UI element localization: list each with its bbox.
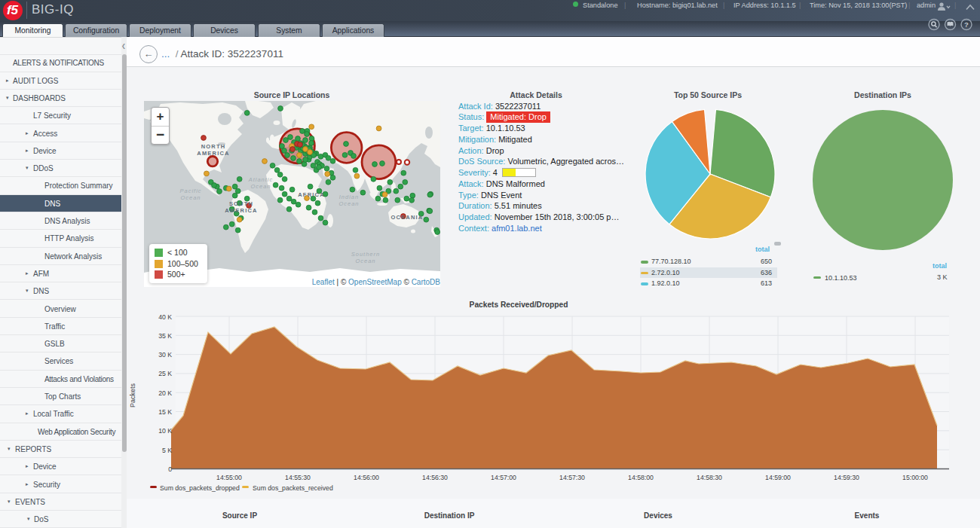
svg-text:14:58:30: 14:58:30 [697,474,722,481]
svg-text:5 K: 5 K [162,447,172,454]
svg-text:SOUTH: SOUTH [229,200,253,207]
svg-text:10 K: 10 K [158,427,172,435]
svg-text:Indian: Indian [339,194,359,200]
svg-text:14:55:30: 14:55:30 [285,474,311,481]
svg-text:15 K: 15 K [158,408,172,416]
svg-text:Atlantic: Atlantic [248,176,274,183]
svg-text:14:59:00: 14:59:00 [765,474,791,481]
svg-text:Ocean: Ocean [338,200,359,207]
svg-text:14:57:00: 14:57:00 [491,474,516,481]
svg-text:14:59:30: 14:59:30 [834,474,859,481]
svg-text:14:56:30: 14:56:30 [422,474,448,481]
svg-text:15:00:00: 15:00:00 [902,474,928,481]
svg-text:Sum dos_packets_dropped: Sum dos_packets_dropped [160,484,240,492]
svg-text:40 K: 40 K [158,313,172,321]
svg-text:14:57:30: 14:57:30 [559,474,585,481]
svg-text:Ocean: Ocean [355,258,375,264]
svg-text:Ocean: Ocean [250,183,271,190]
svg-text:Sum dos_packets_received: Sum dos_packets_received [253,484,333,492]
svg-text:AMERICA: AMERICA [197,150,229,157]
svg-text:14:56:00: 14:56:00 [354,474,379,481]
svg-text:?: ? [964,20,969,29]
svg-text:NORTH: NORTH [201,143,226,150]
svg-text:Ocean: Ocean [180,194,201,201]
svg-text:14:58:00: 14:58:00 [628,474,654,481]
svg-text:20 K: 20 K [158,389,172,397]
svg-text:Pacific: Pacific [179,188,201,194]
svg-text:0: 0 [168,465,172,473]
svg-text:Southern: Southern [351,251,380,258]
svg-text:30 K: 30 K [158,351,172,359]
svg-text:25 K: 25 K [158,370,172,377]
svg-text:14:55:00: 14:55:00 [216,474,242,481]
svg-text:35 K: 35 K [158,332,172,340]
svg-text:AMERICA: AMERICA [225,207,257,214]
svg-text:OCEANIA: OCEANIA [391,214,424,221]
svg-text:Packets: Packets [129,383,136,407]
svg-text:AFRICA: AFRICA [298,191,325,198]
